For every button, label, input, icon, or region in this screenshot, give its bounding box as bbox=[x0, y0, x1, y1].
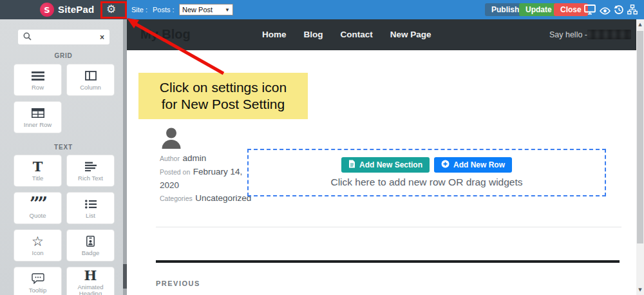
section-title-text: TEXT bbox=[0, 144, 127, 151]
widget-card-rich-text[interactable]: Rich Text bbox=[67, 155, 114, 186]
add-new-row-button[interactable]: Add New Row bbox=[434, 157, 512, 173]
close-button[interactable]: Close bbox=[554, 3, 588, 16]
page-scrollbar[interactable]: ▲ ▼ bbox=[636, 19, 644, 295]
widget-card-inner-row[interactable]: Inner Row bbox=[14, 102, 61, 133]
avatar-icon bbox=[161, 127, 182, 151]
categories-label: Categories bbox=[160, 195, 193, 202]
nav-menu: Home Blog Contact New Page bbox=[262, 30, 431, 39]
posts-label[interactable]: Posts : bbox=[153, 6, 175, 14]
page-scroll-thumb[interactable] bbox=[637, 31, 643, 243]
tooltip-icon bbox=[32, 272, 44, 285]
topbar: S SitePad ⚙ Site : Posts : New Post ▼ Pu… bbox=[0, 0, 644, 19]
rich-text-icon bbox=[85, 160, 97, 173]
sitepad-editor: S SitePad ⚙ Site : Posts : New Post ▼ Pu… bbox=[0, 0, 644, 295]
nav-item-home[interactable]: Home bbox=[262, 30, 287, 39]
history-revisions-icon[interactable] bbox=[614, 5, 624, 17]
dropzone-hint: Click here to add new row OR drag widget… bbox=[330, 176, 522, 188]
title-icon: T bbox=[33, 160, 43, 173]
widget-label: Rich Text bbox=[78, 175, 103, 182]
post-select-dropdown[interactable]: New Post ▼ bbox=[179, 4, 233, 15]
nav-item-new-page[interactable]: New Page bbox=[390, 30, 431, 39]
star-icon: ☆ bbox=[32, 235, 44, 248]
annotation-line-2: for New Post Setting bbox=[138, 96, 308, 113]
widget-search-box[interactable]: × bbox=[18, 30, 109, 44]
widget-label: Icon bbox=[32, 250, 44, 256]
post-meta: Author admin Posted on February 14, 2020… bbox=[160, 151, 256, 205]
widget-card-list[interactable]: List bbox=[67, 193, 114, 224]
author-label: Author bbox=[160, 155, 180, 162]
update-button[interactable]: Update bbox=[519, 3, 558, 16]
monitor-icon[interactable] bbox=[584, 5, 596, 17]
add-new-row-label: Add New Row bbox=[453, 160, 505, 169]
widget-card-row[interactable]: Row bbox=[14, 64, 61, 95]
widget-label: Inner Row bbox=[24, 122, 52, 128]
section-title-grid: GRID bbox=[0, 52, 127, 59]
author-value: admin bbox=[182, 153, 206, 163]
file-icon bbox=[348, 160, 355, 170]
eye-preview-icon[interactable] bbox=[600, 6, 611, 17]
widget-card-quote[interactable]: ”” Quote bbox=[14, 193, 61, 224]
animated-heading-icon: H bbox=[84, 269, 97, 282]
widgets-sidebar: × GRID Row Column Inner Row TEXT T Title bbox=[0, 19, 127, 295]
widget-label: Column bbox=[80, 84, 101, 91]
widget-card-title[interactable]: T Title bbox=[14, 155, 61, 186]
widget-card-badge[interactable]: Badge bbox=[67, 230, 114, 261]
plus-circle-icon bbox=[441, 160, 450, 170]
sitepad-logo-icon: S bbox=[40, 3, 54, 17]
add-row-dropzone[interactable]: Add New Section Add New Row Click here t… bbox=[247, 149, 606, 196]
previous-link[interactable]: PREVIOUS bbox=[156, 280, 200, 287]
categories-value: Uncategorized bbox=[195, 193, 251, 203]
row-icon bbox=[32, 70, 44, 82]
search-input[interactable] bbox=[35, 33, 100, 41]
widget-label: Title bbox=[32, 175, 44, 182]
scroll-down-icon[interactable]: ▼ bbox=[636, 285, 644, 295]
posted-label: Posted on bbox=[160, 168, 190, 176]
redacted-email bbox=[587, 30, 631, 39]
annotation-callout: Click on settings icon for New Post Sett… bbox=[138, 73, 308, 119]
divider-line bbox=[156, 227, 621, 227]
search-icon bbox=[23, 32, 32, 43]
site-label[interactable]: Site : bbox=[131, 6, 147, 14]
greeting-text: Say hello - bbox=[549, 30, 587, 39]
widget-label: Badge bbox=[82, 250, 99, 256]
scroll-up-icon[interactable]: ▲ bbox=[636, 19, 644, 30]
inner-row-icon bbox=[32, 107, 44, 120]
list-icon bbox=[85, 198, 97, 211]
quote-icon: ”” bbox=[30, 198, 46, 211]
add-new-section-button[interactable]: Add New Section bbox=[341, 157, 430, 173]
nav-item-blog[interactable]: Blog bbox=[304, 30, 323, 39]
add-new-section-label: Add New Section bbox=[359, 160, 422, 169]
sitemap-icon[interactable] bbox=[627, 5, 638, 17]
widget-card-tooltip[interactable]: Tooltip bbox=[14, 267, 61, 295]
column-icon bbox=[85, 70, 97, 82]
widget-card-animated-heading[interactable]: H Animated Heading bbox=[67, 267, 114, 295]
post-select-value: New Post bbox=[182, 6, 213, 14]
post-separator-line bbox=[156, 260, 620, 263]
settings-gear-icon[interactable]: ⚙ bbox=[106, 3, 116, 15]
dropdown-arrow-icon: ▼ bbox=[225, 7, 230, 13]
annotation-line-1: Click on settings icon bbox=[138, 79, 308, 96]
nav-item-contact[interactable]: Contact bbox=[341, 30, 373, 39]
widget-card-column[interactable]: Column bbox=[67, 64, 114, 95]
clear-search-icon[interactable]: × bbox=[100, 33, 104, 41]
widget-label: Tooltip bbox=[29, 287, 46, 294]
site-navbar: My Blog Home Blog Contact New Page Say h… bbox=[127, 19, 636, 50]
widget-label: List bbox=[86, 213, 95, 219]
site-title: My Blog bbox=[140, 27, 191, 42]
widget-label: Animated Heading bbox=[67, 284, 114, 295]
brand-header: S SitePad ⚙ bbox=[0, 0, 127, 19]
widget-label: Row bbox=[32, 84, 44, 91]
widget-label: Quote bbox=[30, 213, 46, 219]
widget-card-icon[interactable]: ☆ Icon bbox=[14, 230, 61, 261]
badge-icon bbox=[86, 235, 95, 248]
brand-name: SitePad bbox=[58, 4, 94, 15]
